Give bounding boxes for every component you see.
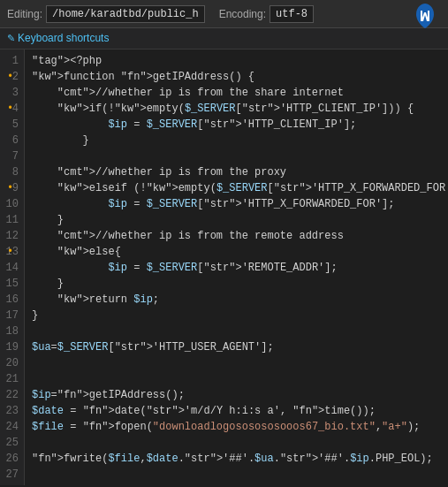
line-numbers: 1234567891011121314151617181920212223242… — [0, 49, 25, 485]
keyboard-shortcuts-link[interactable]: Keyboard shortcuts — [7, 32, 109, 44]
file-path: /home/karadtbd/public_h — [46, 5, 205, 23]
logo-icon — [409, 2, 441, 27]
code-editor: 1234567891011121314151617181920212223242… — [0, 49, 448, 485]
shortcuts-bar: Keyboard shortcuts — [0, 28, 448, 49]
encoding-value: utf-8 — [270, 5, 314, 23]
top-bar: Editing: /home/karadtbd/public_h Encodin… — [0, 0, 448, 28]
editing-label: Editing: — [7, 8, 42, 20]
code-content[interactable]: "tag"><?php"kw">function "fn">getIPAddre… — [25, 49, 448, 485]
encoding-label: Encoding: — [219, 8, 266, 20]
